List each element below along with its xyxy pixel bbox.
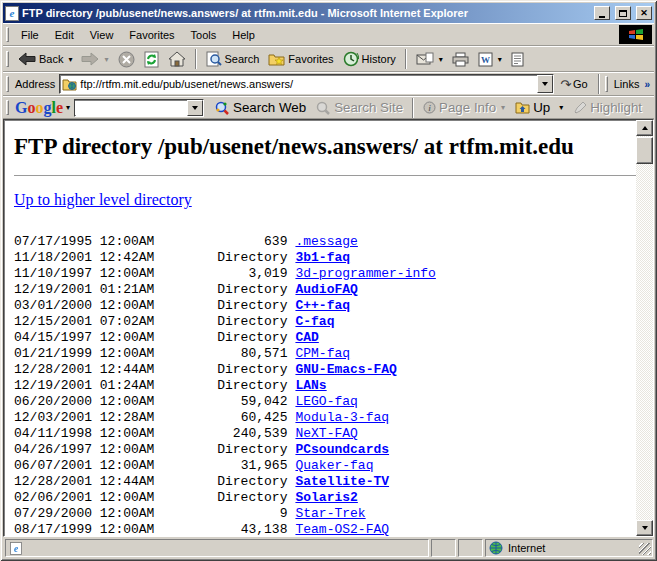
file-link[interactable]: Star-Trek [295,506,365,521]
up-button[interactable]: Up ▾ [510,98,568,117]
file-link[interactable]: 3d-programmer-info [295,266,435,281]
chevron-down-icon [542,82,548,86]
google-grip[interactable] [6,100,9,115]
file-link[interactable]: .message [295,234,357,249]
close-button[interactable]: ✕ [636,6,652,20]
google-logo-letter: e [56,99,63,116]
up-dropdown-icon[interactable]: ▾ [559,103,563,112]
directory-link[interactable]: C++-faq [295,298,350,313]
links-grip[interactable] [605,76,608,91]
resize-grip[interactable] [639,543,651,555]
print-button[interactable] [448,50,473,69]
scroll-up-button[interactable] [636,120,653,136]
directory-link[interactable]: CAD [295,330,318,345]
forward-dropdown-icon[interactable]: ▾ [104,55,108,64]
menu-item-edit[interactable]: Edit [47,26,82,44]
back-button[interactable]: Back ▾ [14,50,76,68]
google-search-input[interactable] [75,101,187,115]
forward-button[interactable]: ▾ [77,50,112,68]
file-link[interactable]: LEGO-faq [295,394,357,409]
stop-icon [118,51,135,68]
title-bar[interactable]: e FTP directory /pub/usenet/news.answers… [3,3,654,23]
search-site-button[interactable]: Search Site [311,98,408,117]
links-label: Links [614,78,640,90]
page-info-dropdown-icon[interactable]: ▾ [501,103,505,112]
file-link[interactable]: Modula-3-faq [295,410,389,425]
menu-grip[interactable] [6,27,9,42]
address-label: Address [15,78,55,90]
listing-row: 12/15/2001 07:02AMDirectoryC-faq [14,314,645,330]
menu-bar: FileEditViewFavoritesToolsHelp [3,23,654,46]
stop-button[interactable] [114,49,139,70]
back-dropdown-icon[interactable]: ▾ [68,55,72,64]
address-url[interactable]: ftp://rtfm.mit.edu/pub/usenet/news.answe… [80,78,537,90]
page-info-label: Page Info [439,100,496,115]
file-link[interactable]: Team-OS2-FAQ [295,522,389,536]
triangle-down-icon [642,526,648,530]
menu-item-file[interactable]: File [13,26,47,44]
scrollbar-thumb[interactable] [636,137,653,164]
google-separator [412,98,414,118]
search-icon [206,51,222,67]
listing-row: 03/01/2000 12:00AMDirectoryC++-faq [14,298,645,314]
file-link[interactable]: Quaker-faq [295,458,373,473]
address-bar: Address ftp://rtfm.mit.edu/pub/usenet/ne… [3,72,654,96]
favorites-button[interactable]: Favorites [264,50,337,68]
directory-link[interactable]: PCsoundcards [295,442,389,457]
highlight-button[interactable]: Highlight [568,98,647,117]
menu-item-tools[interactable]: Tools [183,26,225,44]
page-info-button[interactable]: i Page Info ▾ [418,98,510,117]
menu-items: FileEditViewFavoritesToolsHelp [13,26,263,44]
listing-row: 12/28/2001 12:44AMDirectorySatellite-TV [14,474,645,490]
menu-item-favorites[interactable]: Favorites [121,26,182,44]
directory-link[interactable]: 3b1-faq [295,250,350,265]
go-arrow-icon: ↷ [560,77,571,92]
directory-link[interactable]: LANs [295,378,326,393]
google-dropdown-icon[interactable]: ▾ [66,103,70,112]
search-button[interactable]: Search [202,49,264,69]
directory-link[interactable]: C-faq [295,314,334,329]
maximize-button[interactable] [615,6,631,20]
mail-button[interactable]: ▾ [412,50,447,68]
status-bar: e Internet [3,537,654,558]
toolbar-grip[interactable] [6,51,9,68]
mail-dropdown-icon[interactable]: ▾ [439,55,443,64]
vertical-scrollbar[interactable] [636,120,653,536]
links-bar[interactable]: Links » [612,78,652,90]
address-grip[interactable] [6,76,9,91]
address-dropdown-button[interactable] [537,75,553,93]
refresh-button[interactable] [140,49,163,70]
menu-item-help[interactable]: Help [224,26,263,44]
discuss-button[interactable] [507,50,528,69]
ftp-listing: 07/17/1995 12:00AM639.message11/18/2001 … [14,234,645,536]
file-size: Directory [154,442,287,458]
windows-flag-icon [627,27,645,42]
listing-row: 12/03/2001 12:28AM60,425Modula-3-faq [14,410,645,426]
directory-link[interactable]: GNU-Emacs-FAQ [295,362,396,377]
search-web-button[interactable]: Search Web [210,98,311,117]
menu-item-view[interactable]: View [82,26,122,44]
chevron-down-icon [192,106,198,110]
listing-row: 12/19/2001 01:21AMDirectoryAudioFAQ [14,282,645,298]
edit-button[interactable]: W ▾ [474,50,506,69]
refresh-icon [144,51,159,68]
file-size: 80,571 [154,346,287,362]
history-button[interactable]: History [339,49,400,69]
up-to-higher-level-link[interactable]: Up to higher level directory [14,191,192,209]
home-button[interactable] [164,49,190,69]
file-link[interactable]: NeXT-FAQ [295,426,357,441]
google-logo[interactable]: Google [15,99,63,117]
edit-dropdown-icon[interactable]: ▾ [498,55,502,64]
address-field[interactable]: ftp://rtfm.mit.edu/pub/usenet/news.answe… [59,74,554,94]
scroll-down-button[interactable] [636,520,653,536]
chevron-expand-icon[interactable]: » [644,79,650,90]
directory-link[interactable]: AudioFAQ [295,282,357,297]
page-title: FTP directory /pub/usenet/news.answers/ … [14,134,645,160]
directory-link[interactable]: Solaris2 [295,490,357,505]
minimize-button[interactable] [594,6,610,20]
file-link[interactable]: CPM-faq [295,346,350,361]
google-search-box[interactable] [74,99,204,117]
google-search-dropdown[interactable] [187,100,203,116]
go-button[interactable]: ↷ Go [554,75,594,94]
directory-link[interactable]: Satellite-TV [295,474,389,489]
